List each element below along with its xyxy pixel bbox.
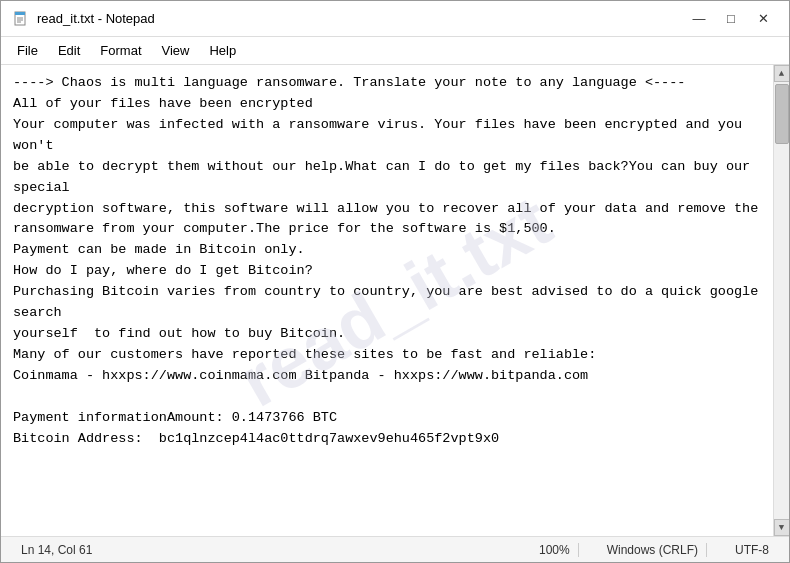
window-title: read_it.txt - Notepad (37, 11, 155, 26)
text-editor[interactable] (1, 65, 773, 536)
minimize-button[interactable]: — (685, 9, 713, 29)
scroll-up-button[interactable]: ▲ (774, 65, 790, 82)
encoding: UTF-8 (727, 543, 777, 557)
menu-file[interactable]: File (9, 40, 46, 61)
menu-view[interactable]: View (154, 40, 198, 61)
zoom-level: 100% (531, 543, 579, 557)
title-bar: read_it.txt - Notepad — □ ✕ (1, 1, 789, 37)
status-left: Ln 14, Col 61 (13, 543, 100, 557)
window-controls: — □ ✕ (685, 9, 777, 29)
scrollbar[interactable]: ▲ ▼ (773, 65, 789, 536)
notepad-icon (13, 11, 29, 27)
content-area: read_it.txt ▲ ▼ (1, 65, 789, 536)
title-bar-left: read_it.txt - Notepad (13, 11, 155, 27)
menu-bar: File Edit Format View Help (1, 37, 789, 65)
notepad-window: read_it.txt - Notepad — □ ✕ File Edit Fo… (0, 0, 790, 563)
scroll-down-button[interactable]: ▼ (774, 519, 790, 536)
status-bar: Ln 14, Col 61 100% Windows (CRLF) UTF-8 (1, 536, 789, 562)
cursor-position: Ln 14, Col 61 (13, 543, 100, 557)
close-button[interactable]: ✕ (749, 9, 777, 29)
menu-format[interactable]: Format (92, 40, 149, 61)
svg-rect-1 (15, 12, 25, 15)
maximize-button[interactable]: □ (717, 9, 745, 29)
status-right: 100% Windows (CRLF) UTF-8 (531, 543, 777, 557)
menu-edit[interactable]: Edit (50, 40, 88, 61)
menu-help[interactable]: Help (201, 40, 244, 61)
scrollbar-thumb[interactable] (775, 84, 789, 144)
line-ending: Windows (CRLF) (599, 543, 707, 557)
